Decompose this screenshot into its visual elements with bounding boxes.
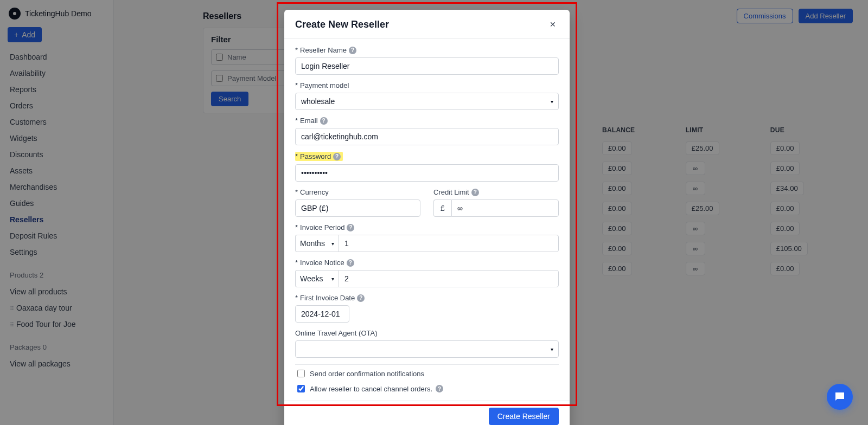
chat-fab[interactable] xyxy=(827,384,853,410)
send-notifications-label: Send order confirmation notifications xyxy=(310,370,424,378)
modal-header: Create New Reseller ✕ xyxy=(284,10,570,38)
password-label: * Password ? xyxy=(295,152,559,161)
create-reseller-modal: Create New Reseller ✕ Reseller Name ? Pa… xyxy=(284,10,570,425)
send-notifications-row[interactable]: Send order confirmation notifications xyxy=(295,366,559,381)
currency-label: Currency xyxy=(295,188,420,196)
ota-select[interactable] xyxy=(295,340,559,358)
modal-title: Create New Reseller xyxy=(295,19,389,30)
create-reseller-submit-button[interactable]: Create Reseller xyxy=(489,408,559,425)
chat-icon xyxy=(833,390,846,403)
send-notifications-checkbox[interactable] xyxy=(297,370,305,377)
help-icon[interactable]: ? xyxy=(357,294,365,302)
invoice-period-label: Invoice Period ? xyxy=(295,223,559,231)
reseller-name-label: Reseller Name ? xyxy=(295,46,559,54)
currency-input[interactable] xyxy=(295,199,420,217)
invoice-notice-label: Invoice Notice ? xyxy=(295,259,559,267)
email-input[interactable] xyxy=(295,128,559,145)
modal-footer: Create Reseller xyxy=(284,401,570,425)
password-input[interactable] xyxy=(295,164,559,182)
payment-model-select[interactable] xyxy=(295,93,559,110)
help-icon[interactable]: ? xyxy=(333,153,341,160)
help-icon[interactable]: ? xyxy=(436,385,443,392)
invoice-period-unit-select[interactable]: Months ▾ xyxy=(295,235,339,252)
credit-limit-prefix: £ xyxy=(433,199,451,217)
help-icon[interactable]: ? xyxy=(349,47,356,54)
allow-cancel-label: Allow reseller to cancel channel orders. xyxy=(310,385,432,393)
credit-limit-label: Credit Limit ? xyxy=(433,188,559,196)
invoice-notice-input[interactable] xyxy=(339,270,559,287)
invoice-notice-unit-select[interactable]: Weeks ▾ xyxy=(295,270,339,287)
email-label: Email ? xyxy=(295,117,559,125)
ota-label: Online Travel Agent (OTA) xyxy=(295,329,559,337)
caret-icon: ▾ xyxy=(331,276,334,282)
first-invoice-input[interactable] xyxy=(295,305,349,323)
payment-model-label: Payment model xyxy=(295,81,559,89)
allow-cancel-checkbox[interactable] xyxy=(297,385,305,392)
reseller-name-input[interactable] xyxy=(295,57,559,75)
help-icon[interactable]: ? xyxy=(347,224,354,231)
close-button[interactable]: ✕ xyxy=(547,18,559,30)
help-icon[interactable]: ? xyxy=(471,189,479,196)
caret-icon: ▾ xyxy=(331,241,334,247)
invoice-period-input[interactable] xyxy=(339,235,559,252)
credit-limit-input[interactable] xyxy=(451,199,559,217)
help-icon[interactable]: ? xyxy=(347,259,354,267)
first-invoice-label: First Invoice Date ? xyxy=(295,294,559,302)
close-icon: ✕ xyxy=(550,20,556,29)
help-icon[interactable]: ? xyxy=(320,117,328,125)
allow-cancel-row[interactable]: Allow reseller to cancel channel orders.… xyxy=(295,381,559,396)
modal-body: Reseller Name ? Payment model ▾ Email ? xyxy=(284,38,570,401)
